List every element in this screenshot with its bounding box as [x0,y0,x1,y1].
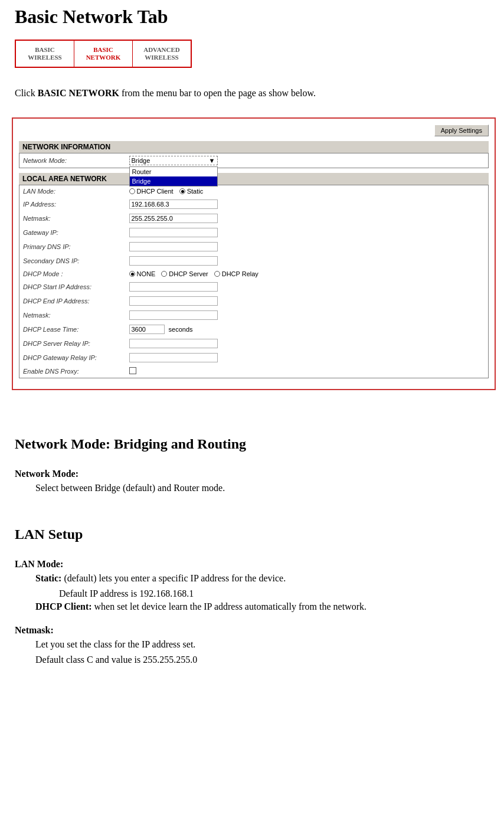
radio-circle-dhcp-server [161,271,167,277]
table-row: DHCP Mode : NONE DHCP Server DHCP Relay [19,268,489,280]
network-mode-options: Router Bridge [129,166,218,187]
table-row: LAN Mode: DHCP Client Static [19,185,489,198]
intro-paragraph: Click BASIC NETWORK from the menu bar to… [12,88,492,99]
table-row: Netmask: [19,308,489,322]
secondary-dns-input[interactable] [129,256,218,266]
radio-label-static: Static [187,188,204,195]
dhcp-end-input[interactable] [129,296,218,306]
radio-label-dhcp-server: DHCP Server [169,270,208,277]
dhcp-mode-value: NONE DHCP Server DHCP Relay [126,268,489,280]
nav-tab-basic-network[interactable]: BASICNETWORK [74,41,133,67]
secondary-dns-value [126,254,489,268]
dhcp-server-relay-label: DHCP Server Relay IP: [19,336,126,351]
dhcp-mode-label: DHCP Mode : [19,268,126,280]
dns-proxy-value [126,365,489,378]
static-bold: Static: [35,573,61,583]
table-row: IP Address: [19,197,489,211]
intro-bold: BASIC NETWORK [38,88,119,98]
radio-label-dhcp: DHCP Client [137,188,174,195]
ip-address-label: IP Address: [19,197,126,211]
radio-circle-static [179,188,185,194]
radio-label-none: NONE [137,270,156,277]
dhcp-gateway-relay-label: DHCP Gateway Relay IP: [19,351,126,365]
network-mode-select[interactable]: Bridge ▼ [129,156,218,165]
dns-proxy-label: Enable DNS Proxy: [19,365,126,378]
netmask-heading: Netmask: [12,625,492,636]
radio-circle-none [129,271,135,277]
netmask-desc1: Let you set the class for the IP address… [12,639,492,650]
primary-dns-label: Primary DNS IP: [19,240,126,254]
table-row: DHCP Server Relay IP: [19,336,489,351]
lan-mode-radio-group: DHCP Client Static [129,188,485,195]
option-bridge[interactable]: Bridge [130,176,217,186]
table-row: DHCP Start IP Address: [19,280,489,294]
nav-tabs: BASICWIRELESS BASICNETWORK ADVANCEDWIREL… [15,40,192,68]
dhcp-lease-suffix: seconds [169,326,193,333]
network-mode-desc: Select between Bridge (default) and Rout… [12,483,492,493]
radio-circle-dhcp [129,188,135,194]
apply-settings-button[interactable]: Apply Settings [434,125,489,136]
lan-setup-title: LAN Setup [12,526,492,542]
dhcp-lease-value: seconds [126,322,489,336]
table-row: DHCP End IP Address: [19,294,489,308]
radio-none[interactable]: NONE [129,270,156,277]
dhcp-start-input[interactable] [129,282,218,292]
dhcp-netmask-label: Netmask: [19,308,126,322]
radio-dhcp-relay[interactable]: DHCP Relay [214,270,258,277]
dhcp-start-label: DHCP Start IP Address: [19,280,126,294]
table-row: DHCP Lease Time: seconds [19,322,489,336]
radio-dhcp-client[interactable]: DHCP Client [129,188,174,195]
table-row: Gateway IP: [19,225,489,240]
dns-proxy-checkbox[interactable] [129,367,136,374]
primary-dns-input[interactable] [129,242,218,251]
netmask-input[interactable] [129,214,218,223]
gateway-ip-input[interactable] [129,228,218,237]
dhcp-client-desc: DHCP Client: when set let device learn t… [12,601,492,612]
ui-mockup: Apply Settings NETWORK INFORMATION Netwo… [12,117,496,390]
table-row: Enable DNS Proxy: [19,365,489,378]
dhcp-server-relay-input[interactable] [129,339,218,348]
nav-tab-basic-wireless[interactable]: BASICWIRELESS [16,41,74,67]
network-mode-heading: Network Mode: [12,469,492,479]
network-mode-value: Bridge ▼ Router Bridge [126,153,489,168]
nav-image-area: BASICWIRELESS BASICNETWORK ADVANCEDWIREL… [12,40,492,68]
lan-mode-label: LAN Mode: [19,185,126,198]
primary-dns-value [126,240,489,254]
gateway-ip-label: Gateway IP: [19,225,126,240]
network-mode-label: Network Mode: [19,153,126,168]
lan-mode-value: DHCP Client Static [126,185,489,198]
static-desc: Static: (default) lets you enter a speci… [12,573,492,584]
gateway-ip-value [126,225,489,240]
dhcp-gateway-relay-value [126,351,489,365]
dhcp-server-relay-value [126,336,489,351]
dhcp-start-value [126,280,489,294]
network-info-header: NETWORK INFORMATION [19,141,489,153]
network-mode-selected: Bridge [132,157,150,164]
netmask-value [126,211,489,225]
netmask-desc2: Default class C and value is 255.255.255… [12,655,492,665]
dropdown-arrow-icon: ▼ [209,157,215,164]
dhcp-netmask-value [126,308,489,322]
lan-fields-table: LAN Mode: DHCP Client Static IP Address: [19,185,489,378]
table-row: DHCP Gateway Relay IP: [19,351,489,365]
apply-row: Apply Settings [19,125,489,136]
dhcp-netmask-input[interactable] [129,310,218,320]
static-default-ip: Default IP address is 192.168.168.1 [12,588,492,599]
nav-tab-advanced-wireless[interactable]: ADVANCEDWIRELESS [133,41,191,67]
dhcp-mode-radio-group: NONE DHCP Server DHCP Relay [129,270,485,277]
network-mode-table: Network Mode: Bridge ▼ Router Bridge [19,153,489,168]
radio-static[interactable]: Static [179,188,204,195]
network-mode-dropdown[interactable]: Bridge ▼ Router Bridge [129,156,218,165]
lan-mode-heading: LAN Mode: [12,559,492,570]
radio-dhcp-server[interactable]: DHCP Server [161,270,208,277]
option-router[interactable]: Router [130,167,217,176]
secondary-dns-label: Secondary DNS IP: [19,254,126,268]
dhcp-client-bold: DHCP Client: [35,601,92,611]
dhcp-end-label: DHCP End IP Address: [19,294,126,308]
ip-address-input[interactable] [129,199,218,209]
bridging-routing-title: Network Mode: Bridging and Routing [12,436,492,452]
dhcp-gateway-relay-input[interactable] [129,353,218,362]
lan-header: LOCAL AREA NETWORK [19,173,489,185]
dhcp-lease-input[interactable] [129,325,165,334]
netmask-label: Netmask: [19,211,126,225]
